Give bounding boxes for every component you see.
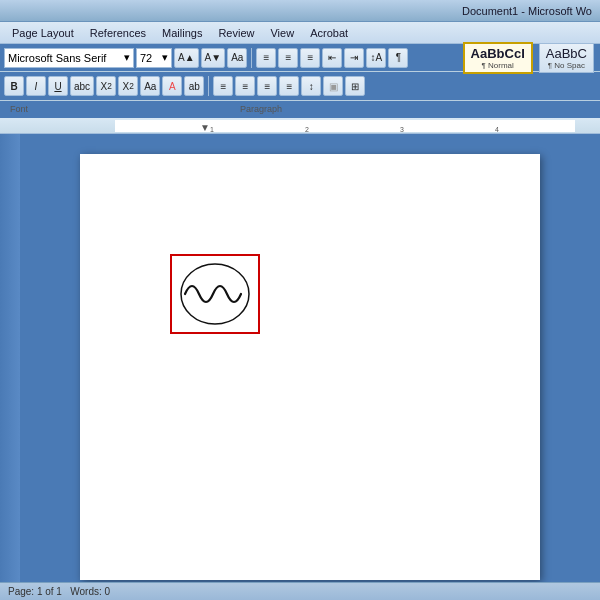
menu-acrobat[interactable]: Acrobat	[302, 25, 356, 41]
menu-mailings[interactable]: Mailings	[154, 25, 210, 41]
text-effects-button[interactable]: A	[162, 76, 182, 96]
align-left-button[interactable]: ≡	[213, 76, 233, 96]
ruler-marker: ▼	[200, 122, 210, 133]
title-bar-text: Document1 - Microsoft Wo	[462, 5, 592, 17]
svg-point-0	[181, 264, 249, 324]
italic-button[interactable]: I	[26, 76, 46, 96]
paragraph-section-label: Paragraph	[234, 104, 288, 114]
font-name-selector[interactable]: Microsoft Sans Serif ▾	[4, 48, 134, 68]
line-spacing-button[interactable]: ↕	[301, 76, 321, 96]
status-text: Page: 1 of 1 Words: 0	[8, 586, 110, 597]
align-right-button[interactable]: ≡	[257, 76, 277, 96]
clear-format-button[interactable]: Aa	[140, 76, 160, 96]
decrease-indent-button[interactable]: ⇤	[322, 48, 342, 68]
change-case-button[interactable]: Aa	[227, 48, 247, 68]
document-page	[80, 154, 540, 580]
wave-symbol	[172, 256, 258, 332]
subscript-button[interactable]: X2	[96, 76, 116, 96]
borders-button[interactable]: ⊞	[345, 76, 365, 96]
ribbon: Microsoft Sans Serif ▾ 72 ▾ A▲ A▼ Aa ≡ ≡…	[0, 44, 600, 118]
menu-page-layout[interactable]: Page Layout	[4, 25, 82, 41]
separator-2	[208, 76, 209, 96]
wave-svg	[175, 260, 255, 328]
multilevel-list-button[interactable]: ≡	[300, 48, 320, 68]
title-bar: Document1 - Microsoft Wo	[0, 0, 600, 22]
font-dropdown-icon[interactable]: ▾	[124, 51, 130, 64]
normal-style-button[interactable]: AaBbCcI ¶ Normal	[463, 42, 533, 74]
bullets-button[interactable]: ≡	[256, 48, 276, 68]
superscript-button[interactable]: X2	[118, 76, 138, 96]
ruler: 1 2 3 4 ▼	[0, 118, 600, 134]
align-center-button[interactable]: ≡	[235, 76, 255, 96]
shading-button[interactable]: ▣	[323, 76, 343, 96]
page-container	[20, 134, 600, 600]
justify-button[interactable]: ≡	[279, 76, 299, 96]
toolbar-row-1: Microsoft Sans Serif ▾ 72 ▾ A▲ A▼ Aa ≡ ≡…	[0, 44, 600, 72]
menu-references[interactable]: References	[82, 25, 154, 41]
increase-indent-button[interactable]: ⇥	[344, 48, 364, 68]
status-bar: Page: 1 of 1 Words: 0	[0, 582, 600, 600]
ribbon-section-labels: Font Paragraph	[0, 100, 600, 116]
ruler-marks: 1 2 3 4 ▼	[115, 118, 600, 133]
document-area	[0, 134, 600, 600]
shrink-font-button[interactable]: A▼	[201, 48, 226, 68]
fontsize-dropdown-icon[interactable]: ▾	[162, 51, 168, 64]
separator-1	[251, 48, 252, 68]
sort-button[interactable]: ↕A	[366, 48, 386, 68]
bold-button[interactable]: B	[4, 76, 24, 96]
menu-review[interactable]: Review	[210, 25, 262, 41]
menu-view[interactable]: View	[262, 25, 302, 41]
no-spacing-style-button[interactable]: AaBbC ¶ No Spac	[539, 43, 594, 73]
grow-font-button[interactable]: A▲	[174, 48, 199, 68]
wave-symbol-container[interactable]	[170, 254, 260, 334]
font-section-label: Font	[4, 104, 34, 114]
scroll-left-gutter	[0, 134, 20, 600]
font-size-selector[interactable]: 72 ▾	[136, 48, 172, 68]
numbering-button[interactable]: ≡	[278, 48, 298, 68]
underline-button[interactable]: U	[48, 76, 68, 96]
strikethrough-button[interactable]: abc	[70, 76, 94, 96]
highlight-button[interactable]: ab	[184, 76, 204, 96]
show-hide-button[interactable]: ¶	[388, 48, 408, 68]
